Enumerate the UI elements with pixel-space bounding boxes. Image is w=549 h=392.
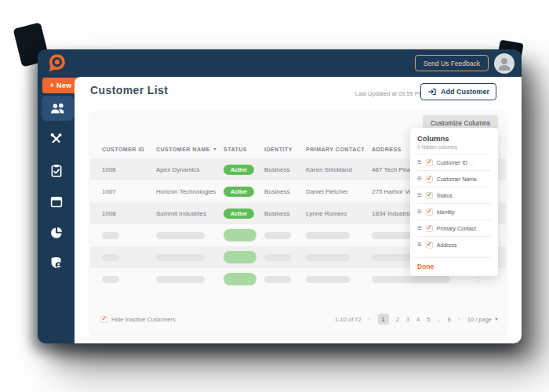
- pie-chart-icon: [49, 226, 64, 240]
- sidebar-item-tasks[interactable]: [38, 163, 75, 178]
- page-ellipsis: ..: [437, 316, 440, 323]
- columns-panel-title: Columns: [417, 134, 491, 143]
- column-toggle-address: ≡ Address: [417, 236, 491, 252]
- drag-handle-icon[interactable]: ≡: [417, 175, 422, 183]
- sidebar-item-tools[interactable]: [38, 132, 75, 147]
- status-badge: Active: [224, 165, 254, 175]
- col-header-status[interactable]: STATUS: [224, 147, 264, 152]
- clipboard-check-icon: [49, 163, 64, 178]
- cell-customer-name: Summit Industries: [156, 210, 224, 217]
- users-icon: [49, 103, 67, 114]
- page: Send Us Feedback + New: [0, 0, 549, 392]
- drag-handle-icon[interactable]: ≡: [417, 158, 422, 166]
- hide-inactive-toggle[interactable]: Hide Inactive Customers: [100, 316, 176, 323]
- cell-primary-contact: Karen Strickland: [306, 166, 372, 173]
- page-button-4[interactable]: 4: [416, 316, 420, 323]
- status-badge: Active: [224, 209, 254, 219]
- hide-inactive-label: Hide Inactive Customers: [111, 316, 176, 323]
- range-label: 1-10 of 72: [335, 316, 362, 323]
- cell-customer-name: Horizon Technologies: [156, 188, 224, 195]
- sidebar-item-calendar[interactable]: [38, 195, 75, 209]
- skeleton-status-pill: [224, 229, 256, 241]
- skeleton-status-pill: [224, 251, 256, 263]
- skeleton-status-pill: [224, 273, 256, 285]
- checkbox-checked-icon[interactable]: [426, 209, 433, 216]
- sidebar-item-customers[interactable]: [42, 96, 74, 121]
- add-import-icon: [427, 87, 437, 96]
- page-size-label: 10 / page: [467, 316, 492, 323]
- calendar-icon: [49, 195, 64, 209]
- columns-panel-subtitle: 0 hidden columns: [417, 144, 491, 150]
- new-button-label: + New: [50, 82, 72, 89]
- drag-handle-icon[interactable]: ≡: [417, 241, 422, 249]
- cell-primary-contact: Lynne Romero: [306, 210, 372, 217]
- page-title: Customer List: [90, 84, 168, 96]
- cell-identity: Business: [264, 210, 306, 217]
- page-button-1[interactable]: 1: [378, 314, 389, 325]
- add-customer-label: Add Customer: [441, 88, 489, 96]
- send-feedback-button[interactable]: Send Us Feedback: [415, 55, 489, 71]
- cell-identity: Business: [264, 166, 306, 173]
- pagination: 1-10 of 72 ‹ 1 2 3 4 5 .. 8 › 10 / page: [335, 314, 498, 325]
- col-header-customer-id[interactable]: CUSTOMER ID: [102, 147, 156, 152]
- next-page-icon[interactable]: ›: [458, 315, 460, 323]
- col-header-identity[interactable]: IDENTITY: [264, 147, 306, 152]
- drag-handle-icon[interactable]: ≡: [417, 191, 422, 199]
- sort-caret-icon: [213, 148, 216, 151]
- add-customer-button[interactable]: Add Customer: [420, 83, 496, 100]
- chevron-down-icon: [495, 318, 498, 321]
- col-header-primary-contact[interactable]: PRIMARY CONTACT: [306, 147, 372, 152]
- column-toggle-primary-contact: ≡ Primary Contact: [417, 220, 491, 236]
- last-updated-text: Last Updated at 03:55 PM: [355, 90, 424, 97]
- cell-customer-id: 1007: [102, 188, 156, 195]
- checkbox-checked-icon[interactable]: [426, 241, 433, 249]
- cell-primary-contact: Daniel Fletcher: [306, 188, 372, 195]
- checkbox-checked-icon[interactable]: [426, 159, 433, 166]
- checkbox-checked-icon[interactable]: [100, 316, 107, 323]
- cell-customer-name: Apex Dynamics: [156, 166, 224, 173]
- column-toggle-customer-id: ≡ Customer ID: [417, 154, 491, 170]
- column-toggle-customer-name: ≡ Customer Name: [417, 170, 491, 187]
- new-button[interactable]: + New: [42, 78, 79, 93]
- prev-page-icon[interactable]: ‹: [369, 315, 371, 323]
- sidebar-item-reports[interactable]: [38, 226, 75, 240]
- column-toggle-identity: ≡ Identity: [417, 203, 491, 220]
- col-header-customer-name[interactable]: CUSTOMER NAME: [156, 147, 224, 152]
- page-button-5[interactable]: 5: [427, 316, 430, 323]
- done-button[interactable]: Done: [417, 257, 491, 270]
- drag-handle-icon[interactable]: ≡: [417, 208, 422, 216]
- content-area: Customer List Last Updated at 03:55 PM A…: [75, 77, 522, 343]
- cell-customer-id: 1006: [102, 166, 156, 173]
- checkbox-checked-icon[interactable]: [426, 225, 433, 232]
- columns-panel: Columns 0 hidden columns ≡ Customer ID ≡…: [410, 128, 498, 276]
- tools-icon: [49, 132, 64, 147]
- person-icon: [494, 53, 514, 74]
- status-badge: Active: [224, 187, 254, 197]
- app-window: Send Us Feedback + New: [38, 49, 522, 343]
- account-shield-icon: [49, 256, 64, 270]
- checkbox-checked-icon[interactable]: [426, 192, 433, 199]
- checkbox-checked-icon[interactable]: [426, 176, 433, 183]
- customize-columns-label: Customize Columns: [431, 119, 490, 127]
- sidebar-item-accounts[interactable]: [38, 256, 75, 270]
- cell-customer-id: 1008: [102, 210, 156, 217]
- send-feedback-label: Send Us Feedback: [424, 60, 480, 67]
- cell-identity: Business: [264, 188, 306, 195]
- user-avatar[interactable]: [494, 53, 514, 74]
- column-toggle-status: ≡ Status: [417, 187, 491, 203]
- page-button-2[interactable]: 2: [396, 316, 399, 323]
- table-footer: Hide Inactive Customers 1-10 of 72 ‹ 1 2…: [100, 313, 498, 325]
- page-button-8[interactable]: 8: [448, 316, 451, 323]
- drag-handle-icon[interactable]: ≡: [417, 224, 422, 232]
- page-button-3[interactable]: 3: [406, 316, 409, 323]
- page-size-select[interactable]: 10 / page: [467, 316, 498, 323]
- app-logo-icon[interactable]: [46, 53, 67, 74]
